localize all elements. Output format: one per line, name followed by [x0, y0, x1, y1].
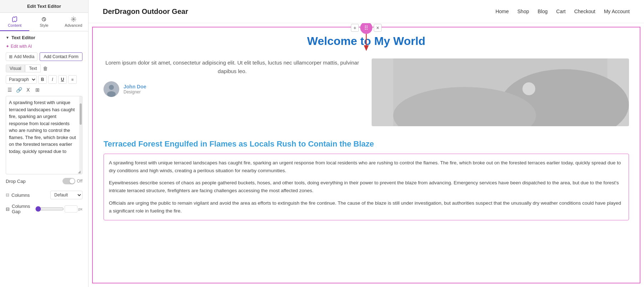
format-toolbar-2: ☰ 🔗 𝖷 ⊞ [0, 85, 88, 96]
author-avatar [104, 81, 119, 97]
placeholder-svg [372, 58, 629, 126]
article-para-3: Officials are urging the public to remai… [109, 199, 624, 215]
add-media-button[interactable]: ⊞ Add Media [6, 52, 37, 61]
tab-content[interactable]: Content [0, 13, 29, 31]
strikethrough-button[interactable]: 𝖷 [24, 86, 32, 94]
tab-style[interactable]: Style [29, 13, 59, 31]
author-title: Designer [124, 89, 146, 94]
author-name: John Doe [124, 84, 146, 89]
move-icon: ⠿ [364, 25, 368, 31]
svg-point-10 [523, 82, 535, 95]
underline-button[interactable]: U [58, 75, 67, 84]
left-column: Lorem ipsum dolor sit amet, consectetur … [104, 58, 361, 132]
bullet-list-button[interactable]: ☰ [6, 86, 14, 94]
italic-button[interactable]: I [48, 75, 57, 84]
toggle-track[interactable] [62, 178, 75, 184]
gap-slider[interactable] [35, 206, 64, 212]
table-button[interactable]: ⊞ [34, 86, 41, 94]
drop-cap-toggle[interactable]: Off [62, 178, 82, 184]
drop-cap-row: Drop Cap Off [0, 174, 88, 188]
article-section: Terraced Forest Engulfed in Flames as Lo… [104, 139, 629, 220]
nav-cart[interactable]: Cart [556, 9, 565, 14]
top-nav: DerDragon Outdoor Gear Home Shop Blog Ca… [89, 0, 644, 23]
editor-scrollbar[interactable] [79, 96, 82, 174]
drag-handle-overlay: ⠿ + × [360, 23, 372, 34]
section-title-text-editor[interactable]: ▼ Text Editor [0, 31, 88, 42]
resize-handle[interactable]: ◢ [78, 170, 81, 173]
svg-point-1 [73, 19, 74, 20]
lorem-text: Lorem ipsum dolor sit amet, consectetur … [104, 58, 361, 76]
svg-point-6 [107, 91, 116, 97]
svg-marker-3 [364, 45, 369, 51]
text-editor-area: A sprawling forest with unique terraced … [6, 96, 82, 174]
list-button[interactable]: ≡ [68, 75, 77, 84]
article-title: Terraced Forest Engulfed in Flames as Lo… [104, 139, 629, 149]
drop-cap-label: Drop Cap [6, 179, 26, 184]
nav-home[interactable]: Home [495, 9, 509, 14]
columns-row: ⊟ Columns Default 2 3 [0, 188, 88, 202]
view-text-tab[interactable]: Text [25, 65, 41, 72]
tab-advanced[interactable]: Advanced [59, 13, 88, 31]
view-visual-tab[interactable]: Visual [6, 65, 25, 72]
site-title: DerDragon Outdoor Gear [103, 7, 188, 16]
gap-unit: px [78, 207, 82, 211]
svg-point-5 [109, 85, 114, 90]
gap-input[interactable] [65, 205, 77, 212]
nav-myaccount[interactable]: My Account [604, 9, 630, 14]
nav-blog[interactable]: Blog [538, 9, 548, 14]
close-icon[interactable]: × [374, 24, 382, 32]
article-box: A sprawling forest with unique terraced … [104, 154, 629, 221]
media-icon: ⊞ [9, 54, 12, 59]
columns-label: Columns [11, 193, 30, 198]
toggle-state: Off [77, 179, 82, 184]
article-para-2: Eyewitnesses describe scenes of chaos as… [109, 179, 624, 195]
left-panel: Edit Text Editor Content Style Advanced … [0, 0, 89, 287]
ai-icon: ✦ [6, 44, 9, 49]
nav-links: Home Shop Blog Cart Checkout My Account [495, 9, 630, 14]
gap-icon: ⊟ [6, 206, 10, 212]
author-row: John Doe Designer [104, 81, 361, 97]
panel-header: Edit Text Editor [0, 0, 88, 13]
content-grid: Lorem ipsum dolor sit amet, consectetur … [104, 58, 629, 132]
delete-button[interactable]: 🗑 [43, 66, 48, 71]
toggle-thumb [70, 179, 75, 184]
columns-icon: ⊟ [6, 193, 9, 198]
avatar-image [104, 81, 119, 97]
add-icon[interactable]: + [351, 24, 359, 32]
link-button[interactable]: 🔗 [15, 86, 23, 94]
columns-gap-label: Columns Gap [12, 204, 35, 214]
section-arrow-icon: ▼ [6, 36, 9, 40]
author-info: John Doe Designer [124, 84, 146, 94]
paragraph-select[interactable]: Paragraph Heading 1 Heading 2 [6, 75, 37, 84]
article-para-1: A sprawling forest with unique terraced … [109, 159, 624, 175]
columns-gap-row: ⊟ Columns Gap px [0, 202, 88, 216]
editor-content[interactable]: A sprawling forest with unique terraced … [6, 96, 79, 174]
nav-checkout[interactable]: Checkout [574, 9, 595, 14]
nav-shop[interactable]: Shop [517, 9, 529, 14]
right-column [372, 58, 629, 132]
format-toolbar: Paragraph Heading 1 Heading 2 B I U ≡ [0, 74, 88, 85]
bold-button[interactable]: B [38, 75, 47, 84]
drag-handle-group[interactable]: ⠿ [360, 23, 372, 34]
add-contact-button[interactable]: Add Contact Form [40, 52, 82, 61]
view-tabs-row: Visual Text 🗑 [0, 63, 88, 74]
media-toolbar: ⊞ Add Media Add Contact Form [0, 50, 88, 63]
page-content: ⠿ + × Welcome to My World [89, 23, 644, 287]
placeholder-image [372, 58, 629, 126]
main-content: DerDragon Outdoor Gear Home Shop Blog Ca… [89, 0, 644, 287]
edit-ai-button[interactable]: ✦ Edit with AI [0, 42, 88, 50]
scrollbar-thumb [80, 103, 82, 125]
page-wrapper: ⠿ + × Welcome to My World [92, 27, 640, 283]
columns-select[interactable]: Default 2 3 [50, 191, 82, 199]
drag-arrow [361, 34, 372, 52]
panel-tabs: Content Style Advanced [0, 13, 88, 31]
